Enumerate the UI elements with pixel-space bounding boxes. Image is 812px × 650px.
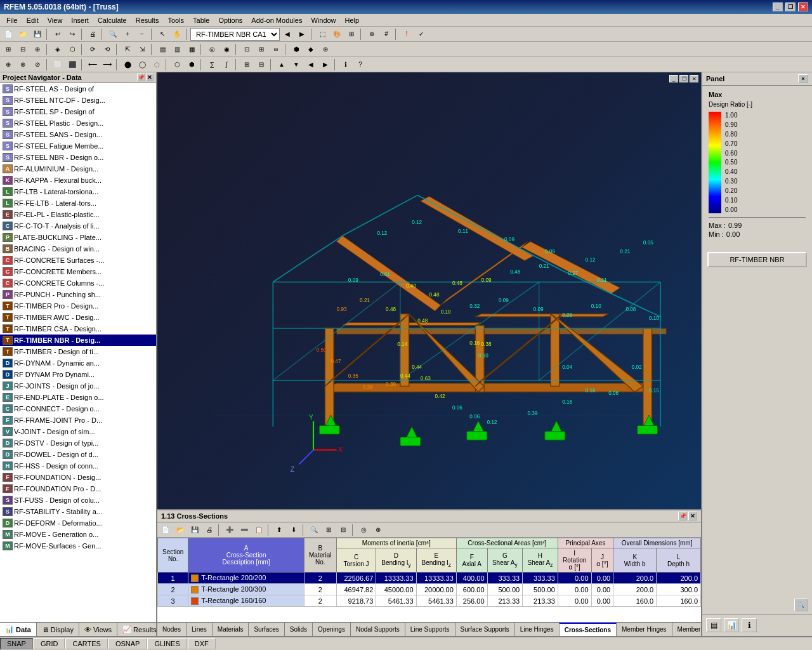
panel-close-btn[interactable]: ✕	[146, 74, 154, 81]
grid-btn[interactable]: #	[379, 28, 393, 41]
bottom-tab-line-supports[interactable]: Line Supports	[405, 623, 455, 636]
t2-btn2[interactable]: ⊟	[16, 43, 30, 56]
nav-item-5[interactable]: SRF-STEEL Fatigue Membe...	[0, 140, 156, 152]
status-dxf[interactable]: DXF	[188, 638, 216, 649]
viewport-canvas[interactable]: 0.12 0.12 0.11 0.09 0.09 0.12 0.21 0.05 …	[157, 72, 701, 509]
table-row[interactable]: 3 T-Rectangle 160/160 2 9218.73 5461.33 …	[158, 595, 701, 607]
bottom-tab-surface-supports[interactable]: Surface Supports	[455, 623, 515, 636]
t2-btn11[interactable]: ▥	[170, 43, 184, 56]
zoom-in-btn[interactable]: +	[121, 28, 134, 41]
table-row[interactable]: 2 T-Rectangle 200/300 2 46947.82 45000.0…	[158, 584, 701, 595]
new-button[interactable]: 📄	[1, 28, 15, 41]
menu-calculate[interactable]: Calculate	[94, 15, 131, 25]
nav-item-26[interactable]: JRF-JOINTS - Design of jo...	[0, 380, 156, 392]
zoom-btn[interactable]: 🔍	[106, 28, 120, 41]
t2-btn15[interactable]: ⊡	[240, 43, 254, 56]
save-button[interactable]: 💾	[30, 28, 44, 41]
bt-btn13[interactable]: ◎	[357, 524, 370, 536]
t2-btn19[interactable]: ◆	[304, 43, 318, 56]
t3-btn9[interactable]: ◯	[135, 58, 149, 71]
t3-btn1[interactable]: ⊕	[1, 58, 15, 71]
status-cartes[interactable]: CARTES	[65, 638, 107, 649]
t2-btn3[interactable]: ⊕	[30, 43, 44, 56]
menu-view[interactable]: View	[44, 15, 67, 25]
nav-item-19[interactable]: TRF-TIMBER Pro - Design...	[0, 300, 156, 312]
t3-btn14[interactable]: ∫	[219, 58, 233, 71]
panel-close-x[interactable]: ×	[798, 74, 808, 83]
menu-window[interactable]: Window	[307, 15, 339, 25]
module-dropdown[interactable]: RF-TIMBER NBR CA1	[190, 28, 280, 41]
bt-btn11[interactable]: ⊞	[322, 524, 336, 536]
nav-item-28[interactable]: CRF-CONNECT - Design o...	[0, 403, 156, 415]
nav-item-33[interactable]: HRF-HSS - Design of conn...	[0, 460, 156, 472]
nav-item-30[interactable]: VV-JOINT - Design of sim...	[0, 426, 156, 437]
t3-btn2[interactable]: ⊗	[16, 58, 30, 71]
nav-item-16[interactable]: CRF-CONCRETE Members...	[0, 266, 156, 277]
menu-help[interactable]: Help	[341, 15, 363, 25]
panel-search-icon[interactable]: 🔍	[794, 599, 808, 611]
status-osnap[interactable]: OSNAP	[108, 638, 147, 649]
panel-icon-info[interactable]: ℹ	[742, 618, 757, 632]
nav-item-8[interactable]: KRF-KAPPA - Flexural buck...	[0, 175, 156, 186]
nav-item-23[interactable]: TRF-TIMBER - Design of ti...	[0, 346, 156, 357]
panel-module-button[interactable]: RF-TIMBER NBR	[707, 252, 807, 267]
bt-btn8[interactable]: ⬆	[272, 524, 286, 536]
nav-item-3[interactable]: SRF-STEEL Plastic - Design...	[0, 117, 156, 129]
minimize-button[interactable]: _	[773, 3, 783, 11]
nav-item-36[interactable]: SST-FUSS - Design of colu...	[0, 494, 156, 506]
t2-btn20[interactable]: ⊛	[318, 43, 332, 56]
bt-btn4[interactable]: 🖨	[202, 524, 216, 536]
nav-item-38[interactable]: DRF-DEFORM - Deformatio...	[0, 517, 156, 529]
nav-item-32[interactable]: DRF-DOWEL - Design of d...	[0, 449, 156, 460]
bottom-tab-lines[interactable]: Lines	[187, 623, 213, 636]
bottom-tab-nodes[interactable]: Nodes	[157, 623, 187, 636]
t2-btn5[interactable]: ⬡	[65, 43, 79, 56]
nav-item-18[interactable]: PRF-PUNCH - Punching sh...	[0, 289, 156, 300]
nav-item-20[interactable]: TRF-TIMBER AWC - Desig...	[0, 312, 156, 323]
bottom-tab-member-hinges[interactable]: Member Hinges	[617, 623, 672, 636]
bt-btn1[interactable]: 📄	[159, 524, 173, 536]
nav-item-0[interactable]: SRF-STEEL AS - Design of	[0, 83, 156, 95]
t3-btn6[interactable]: ⟵	[86, 58, 100, 71]
nav-item-6[interactable]: SRF-STEEL NBR - Design o...	[0, 152, 156, 163]
mdi-restore[interactable]: ❐	[679, 75, 688, 83]
open-button[interactable]: 📁	[16, 28, 30, 41]
t3-btn11[interactable]: ⬡	[170, 58, 184, 71]
bt-btn12[interactable]: ⊟	[336, 524, 350, 536]
nav-item-40[interactable]: MRF-MOVE-Surfaces - Gen...	[0, 540, 156, 552]
t2-btn8[interactable]: ⇱	[121, 43, 134, 56]
t2-btn12[interactable]: ▦	[185, 43, 199, 56]
prev-btn[interactable]: ◀	[280, 28, 294, 41]
bottom-tab-cross-sections[interactable]: Cross-Sections	[560, 623, 617, 636]
t2-btn4[interactable]: ◈	[51, 43, 65, 56]
check-btn[interactable]: ✓	[414, 28, 428, 41]
nav-tab-display[interactable]: 🖥 Display	[37, 623, 79, 636]
pan-btn[interactable]: ✋	[170, 28, 184, 41]
snap-btn[interactable]: ⊕	[365, 28, 379, 41]
t3-btn5[interactable]: ⬛	[65, 58, 79, 71]
calc-btn[interactable]: !	[400, 28, 414, 41]
nav-item-1[interactable]: SRF-STEEL NTC-DF - Desig...	[0, 95, 156, 106]
menu-addon[interactable]: Add-on Modules	[247, 15, 306, 25]
nav-item-2[interactable]: SRF-STEEL SP - Design of	[0, 106, 156, 117]
t3-btn7[interactable]: ⟶	[100, 58, 114, 71]
next-btn[interactable]: ▶	[295, 28, 309, 41]
t2-btn7[interactable]: ⟲	[100, 43, 114, 56]
wire-btn[interactable]: ⊞	[344, 28, 358, 41]
bt-btn9[interactable]: ⬇	[287, 524, 301, 536]
nav-item-12[interactable]: CRF-C-TO-T - Analysis of li...	[0, 220, 156, 232]
t3-btn8[interactable]: ⬤	[121, 58, 134, 71]
status-glines[interactable]: GLINES	[147, 638, 187, 649]
mdi-minimize[interactable]: _	[669, 75, 678, 83]
nav-item-7[interactable]: ARF-ALUMINIUM - Design...	[0, 163, 156, 175]
undo-button[interactable]: ↩	[51, 28, 65, 41]
t2-btn9[interactable]: ⇲	[135, 43, 149, 56]
t3-btn18[interactable]: ▼	[289, 58, 303, 71]
nav-tab-data[interactable]: 📊 Data	[0, 623, 37, 636]
nav-item-34[interactable]: FRF-FOUNDATION - Desig...	[0, 472, 156, 483]
3d-view-btn[interactable]: ⬚	[315, 28, 329, 41]
menu-tools[interactable]: Tools	[164, 15, 188, 25]
menu-file[interactable]: File	[3, 15, 22, 25]
nav-item-37[interactable]: SRF-STABILITY - Stability a...	[0, 506, 156, 517]
bt-btn7[interactable]: 📋	[252, 524, 266, 536]
